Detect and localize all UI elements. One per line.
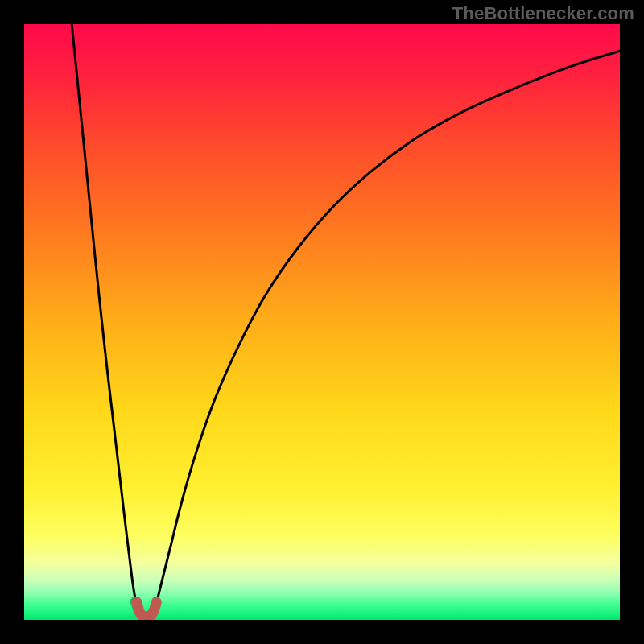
chart-frame: TheBottlenecker.com [0, 0, 644, 644]
gradient-background [24, 24, 620, 620]
plot-area [24, 24, 620, 620]
chart-svg [24, 24, 620, 620]
attribution-label: TheBottlenecker.com [452, 3, 634, 24]
